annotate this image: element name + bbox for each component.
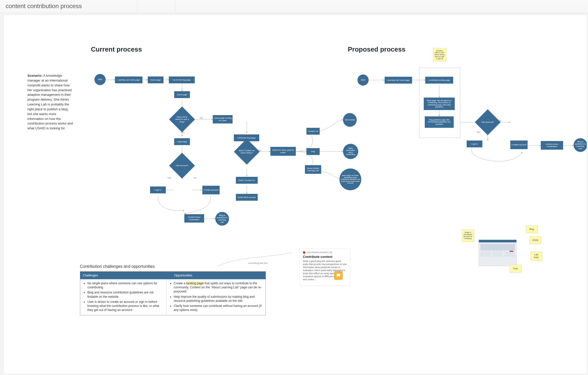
challenge-item: User is driven to create an account or s… <box>87 300 165 312</box>
opportunity-item: Create a landing page that spells out wa… <box>174 281 264 294</box>
col-hdr-opportunities: Opportunities <box>172 272 266 279</box>
sticky-article[interactable]: Article <box>529 236 541 244</box>
sticky-blog[interactable]: Blog <box>526 225 537 233</box>
mockup-thumbnail <box>479 240 517 266</box>
label-no-prop: No <box>498 119 501 122</box>
viewport: content contribution process Current pro… <box>0 0 588 375</box>
topbar: content contribution process <box>0 0 588 13</box>
node-sees-options: Same page; sees all options for contribu… <box>424 98 455 110</box>
node-logs-in-proposed: Logs in <box>467 140 482 147</box>
challenge-item: Blog and resource contribution guideline… <box>87 290 165 299</box>
something-like-this-label: Something like this <box>248 262 268 264</box>
node-content-entry-proposed: Content entry; moderation <box>541 141 563 150</box>
chat-icon[interactable] <box>334 271 343 280</box>
decision-has-account-proposed: Has account? <box>479 113 497 131</box>
example-card: www.betterevaluation.org Contribute cont… <box>300 248 350 286</box>
cell-opportunities: Create a landing page that spells out wa… <box>167 279 266 315</box>
node-blog-guidelines: Blog guidelines page with downloadable g… <box>425 116 454 128</box>
topbar-divider <box>175 0 175 13</box>
node-contribute-landing: Contribute landing page <box>425 77 453 84</box>
node-start-proposed: Start <box>357 74 369 86</box>
sticky-post[interactable]: Post <box>510 265 521 272</box>
topbar-divider <box>137 0 137 13</box>
page-title: content contribution process <box>6 3 82 10</box>
challenges-table: Challenges Opportunities No single place… <box>80 271 266 315</box>
node-content-entry-current: Content entry; moderation <box>184 214 204 223</box>
col-hdr-challenges: Challenges <box>80 272 172 279</box>
opportunity-item: Help improve the quality of submissions … <box>174 295 264 303</box>
opportunity-item: Clarify how someone can contribute witho… <box>174 304 264 312</box>
node-email-success: Email client success <box>236 194 258 201</box>
sticky-lab-note[interactable]: Lab Note <box>530 252 542 261</box>
card-url: www.betterevaluation.org <box>303 251 347 254</box>
subheading-challenges: Contribution challenges and opportunitie… <box>80 264 155 269</box>
node-published-proposed: Blog is published to Learning Lab <box>574 138 587 152</box>
proposed-arrows <box>4 15 587 193</box>
challenge-item: No single place where someone can see op… <box>87 281 165 289</box>
node-home-proposed: Learning Lab home page <box>385 77 412 84</box>
sticky-image-desc[interactable]: Image or descriptions are good for conve… <box>462 229 474 242</box>
node-published-current: Blog is published to Learning Lab <box>215 212 229 226</box>
card-title: Contribute content <box>303 255 347 259</box>
cell-challenges: No single place where someone can see op… <box>80 279 167 315</box>
label-yes-prop: Yes <box>477 131 480 133</box>
node-creates-account-proposed: Creates account <box>510 140 528 149</box>
canvas[interactable]: Current process Proposed process Scenari… <box>4 15 587 374</box>
